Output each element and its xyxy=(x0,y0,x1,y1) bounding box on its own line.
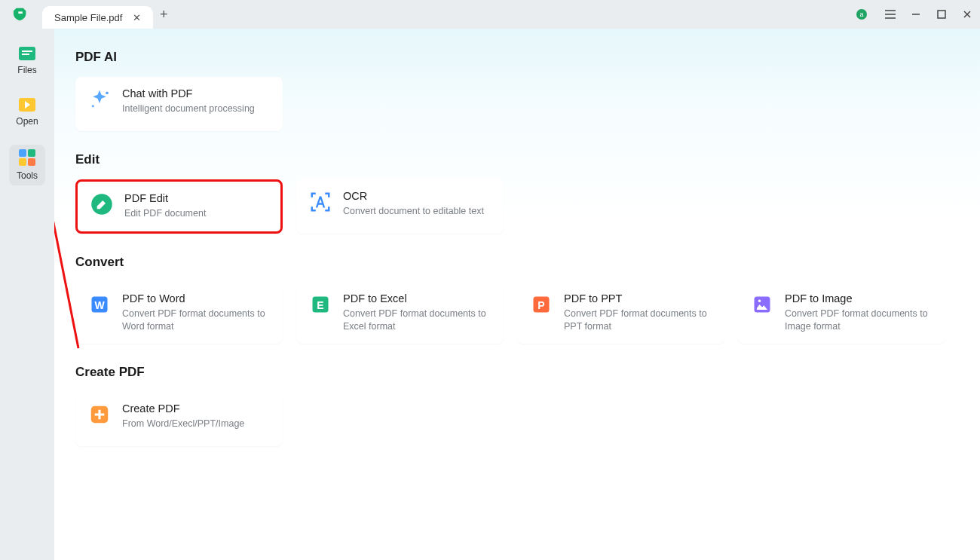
close-tab-icon[interactable]: ✕ xyxy=(133,12,141,23)
section-title: Create PDF xyxy=(75,365,962,380)
card-title: PDF to Word xyxy=(122,292,271,304)
card-pdf-edit[interactable]: PDF Edit Edit PDF document xyxy=(75,179,283,234)
document-tab[interactable]: Sample File.pdf ✕ xyxy=(42,6,153,29)
create-pdf-icon xyxy=(87,402,112,427)
new-tab-button[interactable]: + xyxy=(153,7,174,23)
card-title: Create PDF xyxy=(122,402,244,415)
card-pdf-to-word[interactable]: W PDF to Word Convert PDF format documen… xyxy=(75,282,283,344)
card-ocr[interactable]: OCR Convert document to editable text xyxy=(296,179,504,234)
sidebar-item-label: Open xyxy=(16,116,38,127)
svg-text:P: P xyxy=(537,299,544,311)
card-pdf-to-excel[interactable]: E PDF to Excel Convert PDF format docume… xyxy=(296,282,504,344)
svg-rect-0 xyxy=(938,11,945,18)
maximize-icon[interactable] xyxy=(929,0,954,29)
section-title: Convert xyxy=(75,255,962,270)
titlebar: Sample File.pdf ✕ + a xyxy=(0,0,980,29)
card-pdf-to-ppt[interactable]: P PDF to PPT Convert PDF format document… xyxy=(517,282,724,344)
card-chat-with-pdf[interactable]: Chat with PDF Intelligent document proce… xyxy=(75,77,283,131)
ppt-icon: P xyxy=(529,292,553,317)
sidebar: Files Open Tools xyxy=(0,29,54,560)
main-panel: PDF AI Chat with PDF Intelligent documen… xyxy=(54,29,980,560)
card-desc: Convert PDF format documents to Image fo… xyxy=(785,308,933,333)
card-desc: Convert PDF format documents to Excel fo… xyxy=(343,308,492,333)
section-title: Edit xyxy=(75,152,962,167)
card-title: PDF to PPT xyxy=(564,292,712,304)
sparkle-icon xyxy=(87,87,112,112)
sidebar-item-files[interactable]: Files xyxy=(9,42,45,80)
sidebar-item-open[interactable]: Open xyxy=(9,93,45,131)
tools-icon xyxy=(19,149,35,166)
svg-point-3 xyxy=(92,105,94,107)
card-desc: Convert PDF format documents to PPT form… xyxy=(564,308,712,333)
image-icon xyxy=(750,292,774,317)
minimize-icon[interactable] xyxy=(903,0,929,29)
open-icon xyxy=(19,98,35,112)
card-create-pdf[interactable]: Create PDF From Word/Execl/PPT/Image xyxy=(75,392,283,446)
section-create-pdf: Create PDF Create PDF From Word/Execl/PP… xyxy=(75,365,962,446)
close-window-icon[interactable] xyxy=(954,0,980,29)
card-title: OCR xyxy=(343,190,484,202)
sidebar-item-tools[interactable]: Tools xyxy=(9,145,45,185)
svg-text:W: W xyxy=(94,299,105,311)
card-desc: From Word/Execl/PPT/Image xyxy=(122,418,244,430)
user-avatar[interactable]: a xyxy=(852,0,877,29)
card-desc: Convert PDF format documents to Word for… xyxy=(122,308,271,333)
files-icon xyxy=(19,47,35,60)
svg-point-12 xyxy=(758,300,761,303)
card-title: PDF Edit xyxy=(124,192,206,204)
card-title: PDF to Image xyxy=(785,292,933,304)
svg-text:E: E xyxy=(317,299,323,311)
sidebar-item-label: Tools xyxy=(17,170,38,181)
card-title: PDF to Excel xyxy=(343,292,492,304)
card-pdf-to-image[interactable]: PDF to Image Convert PDF format document… xyxy=(738,282,945,344)
card-title: Chat with PDF xyxy=(122,87,255,99)
sidebar-item-label: Files xyxy=(17,65,36,75)
card-desc: Intelligent document processing xyxy=(122,103,255,115)
excel-icon: E xyxy=(308,292,332,317)
svg-rect-11 xyxy=(755,297,770,313)
svg-point-2 xyxy=(106,91,109,94)
ocr-icon xyxy=(308,190,332,214)
app-logo xyxy=(0,0,42,29)
section-convert: Convert W PDF to Word Convert PDF format… xyxy=(75,255,962,344)
card-desc: Convert document to editable text xyxy=(343,205,484,218)
menu-icon[interactable] xyxy=(877,0,903,29)
section-pdf-ai: PDF AI Chat with PDF Intelligent documen… xyxy=(75,50,962,131)
card-desc: Edit PDF document xyxy=(124,207,206,220)
tab-label: Sample File.pdf xyxy=(54,12,122,23)
section-edit: Edit PDF Edit Edit PDF document xyxy=(75,152,962,234)
workspace: Files Open Tools PDF AI xyxy=(0,29,980,560)
word-icon: W xyxy=(87,292,112,317)
section-title: PDF AI xyxy=(75,50,962,65)
pdf-edit-icon xyxy=(90,192,114,216)
